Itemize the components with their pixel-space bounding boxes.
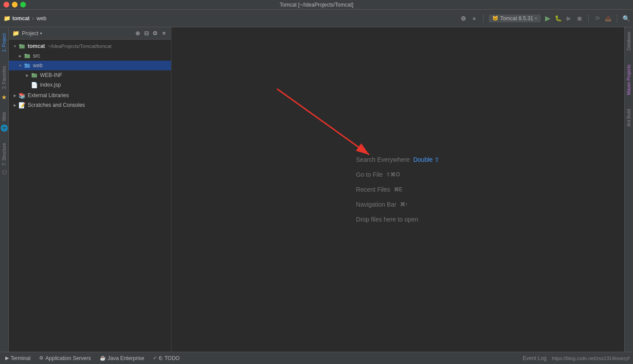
main-layout: 1: Project 2: Favorites ★ Web 🌐 7: Struc… [0,27,633,352]
todo-tab[interactable]: ✓ 6: TODO [151,352,182,364]
hint-search-label: Search Everywhere [356,156,410,163]
arrow-extlibs [12,93,18,98]
tree-item-scratches[interactable]: 📝 Scratches and Consoles [9,100,171,110]
project-title: Project ▾ [22,30,131,36]
hint-nav-label: Navigation Bar [356,201,397,208]
terminal-icon: ▶ [5,355,9,361]
tree-item-indexjsp[interactable]: 📄 index.jsp [9,80,171,90]
hint-search-everywhere: Search Everywhere Double ⇧ [356,156,440,163]
bottom-right: Event Log https://blog.csdn.net/zsx1314l… [523,355,629,361]
event-log-label[interactable]: Event Log [523,355,546,361]
hint-search-shortcut: Double ⇧ [413,156,440,163]
project-panel-label[interactable]: 1: Project [2,31,7,55]
coverage-button[interactable]: ▶ [565,15,572,22]
settings-icon[interactable]: ⚙ [460,15,467,22]
hint-recent-shortcut: ⌘E [394,186,403,193]
folder-src-icon [24,52,31,59]
tree-item-extlibs[interactable]: 📚 External Libraries [9,91,171,100]
titlebar: Tomcat [~/IdeaProjects/Tomcat] [0,0,633,10]
close-button[interactable] [4,2,9,7]
java-enterprise-icon: ☕ [100,355,106,361]
database-panel-label[interactable]: Database [626,29,631,53]
toolbar-icon-extra[interactable]: 📤 [604,15,611,22]
project-icon: 📁 [4,15,11,22]
svg-line-9 [277,89,369,155]
maximize-button[interactable] [20,2,26,7]
url-label: https://blog.csdn.net/zsx1314lovezyf [552,356,629,361]
filter-icon[interactable]: ≡ [160,30,167,37]
bottom-bar: ▶ Terminal ⚙ Application Servers ☕ Java … [0,352,633,364]
svg-rect-5 [25,64,27,65]
todo-label: 6: TODO [159,355,180,361]
app-servers-icon: ⚙ [39,355,44,361]
tree-item-root[interactable]: tomcat ~/IdeaProjects/Tomcat/tomcat [9,41,171,51]
tree-path-root: ~/IdeaProjects/Tomcat/tomcat [47,44,111,49]
debug-button[interactable]: 🐛 [555,15,562,22]
tree-label-extlibs: External Libraries [28,92,69,98]
svg-rect-7 [32,73,34,75]
window-title: Tomcat [~/IdeaProjects/Tomcat] [280,2,353,8]
toolbar-divider [483,14,484,23]
toolbar-left: 📁 tomcat › web [4,15,458,22]
minimize-button[interactable] [12,2,18,7]
file-jsp-icon: 📄 [31,81,38,88]
right-panel-strip: Database Maven Projects Ant Build [624,27,633,352]
run-config-icon: 🐱 [492,15,498,21]
favorites-star-icon: ★ [1,94,7,101]
project-header-icons: ⊕ ⊟ ⚙ ≡ [134,30,167,37]
ant-build-panel-label[interactable]: Ant Build [626,106,631,129]
hint-nav-shortcut: ⌘↑ [400,201,408,207]
toolbar-icon-2[interactable]: ≡ [471,15,478,22]
project-tree: tomcat ~/IdeaProjects/Tomcat/tomcat src [9,40,171,352]
hint-recent-label: Recent Files [356,186,390,193]
toolbar-breadcrumb-sep: › [32,15,34,22]
locate-icon[interactable]: ⊕ [134,30,141,37]
collapse-icon[interactable]: ⊟ [143,30,150,37]
hint-recent-files: Recent Files ⌘E [356,186,403,193]
run-config-label: Tomcat 8.5.31 [500,15,533,22]
structure-panel-label[interactable]: 7: Structure [2,140,7,168]
gear-icon[interactable]: ⚙ [152,30,159,37]
run-button[interactable]: ▶ [544,15,551,22]
web-icon: 🌐 [0,124,8,131]
project-label[interactable]: Project [22,30,38,36]
tree-item-web[interactable]: web [9,61,171,70]
tree-label-web: web [33,62,43,69]
run-config-dropdown-icon: ▾ [535,16,537,21]
tree-item-src[interactable]: src [9,51,171,61]
terminal-tab[interactable]: ▶ Terminal [4,352,32,364]
tree-label-webinf: WEB-INF [40,72,62,78]
app-servers-label: Application Servers [45,355,91,361]
main-toolbar: 📁 tomcat › web ⚙ ≡ 🐱 Tomcat 8.5.31 ▾ ▶ 🐛… [0,10,633,27]
web-panel-label[interactable]: Web [2,109,7,124]
hint-goto-label: Go to File [356,171,383,178]
update-button[interactable]: ⟳ [594,15,601,22]
toolbar-divider2 [588,14,589,23]
hint-navigation-bar: Navigation Bar ⌘↑ [356,201,408,208]
toolbar-right: ⚙ ≡ 🐱 Tomcat 8.5.31 ▾ ▶ 🐛 ▶ ◼ ⟳ 📤 🔍 [460,14,629,23]
app-servers-tab[interactable]: ⚙ Application Servers [37,352,92,364]
toolbar-project-name: tomcat [12,15,29,22]
project-dropdown-icon[interactable]: ▾ [40,31,42,36]
ext-libs-icon: 📚 [18,92,25,99]
hint-goto-shortcut: ⇧⌘O [386,171,400,178]
folder-web-icon [24,62,31,69]
project-panel: 📁 Project ▾ ⊕ ⊟ ⚙ ≡ [9,27,171,352]
java-enterprise-tab[interactable]: ☕ Java Enterprise [98,352,146,364]
tree-label-root: tomcat [28,43,45,49]
run-config[interactable]: 🐱 Tomcat 8.5.31 ▾ [489,15,541,22]
tree-label-src: src [33,53,40,59]
favorites-panel-label[interactable]: 2: Favorites [2,63,7,91]
tree-label-scratches: Scratches and Consoles [28,102,85,108]
stop-button[interactable]: ◼ [576,15,583,22]
tree-item-webinf[interactable]: WEB-INF [9,70,171,80]
folder-root-icon [18,43,25,50]
maven-panel-label[interactable]: Maven Projects [626,62,631,98]
hint-drop-label: Drop files here to open [356,216,418,223]
search-everywhere-icon[interactable]: 🔍 [622,15,629,22]
toolbar-divider3 [617,14,617,23]
java-enterprise-label: Java Enterprise [108,355,144,361]
annotation-arrow [198,49,387,165]
project-panel-header: 📁 Project ▾ ⊕ ⊟ ⚙ ≡ [9,27,171,40]
hint-drop-files: Drop files here to open [356,216,418,223]
